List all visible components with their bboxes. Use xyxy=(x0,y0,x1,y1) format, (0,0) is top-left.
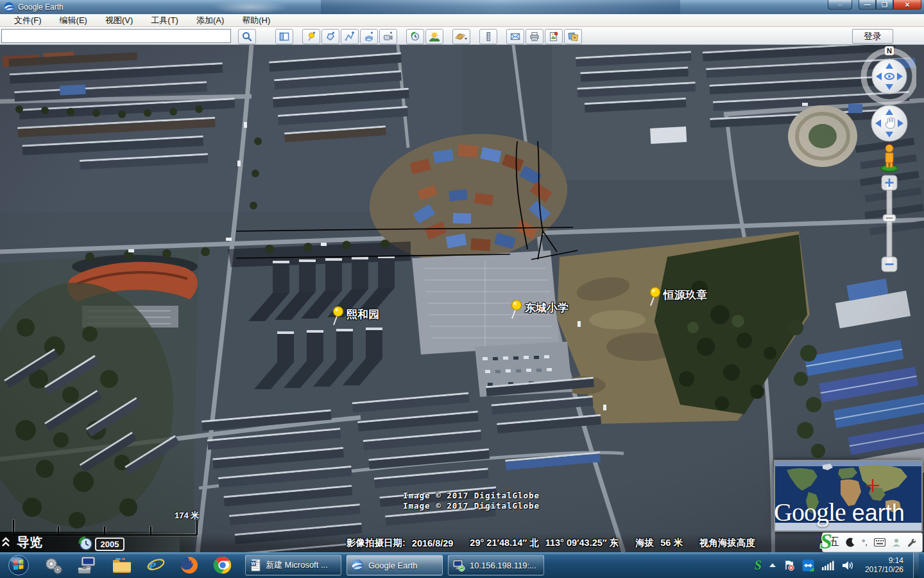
search-input[interactable] xyxy=(1,29,231,43)
menu-view[interactable]: 视图(V) xyxy=(96,14,142,27)
ime-account-icon[interactable] xyxy=(892,538,901,547)
ruler-icon xyxy=(483,31,493,42)
sogou-logo-icon[interactable]: S xyxy=(820,529,832,554)
overview-map[interactable]: Google earth xyxy=(774,460,923,532)
tray-date: 2017/10/26 xyxy=(865,565,903,574)
teamviewer-tray-icon[interactable] xyxy=(802,559,814,572)
ime-toolbar[interactable]: S 五 °, xyxy=(822,532,923,552)
minimize-button[interactable]: — xyxy=(859,0,876,10)
add-polygon-icon xyxy=(325,31,336,42)
computer-management-icon[interactable] xyxy=(77,556,98,575)
add-image-overlay-button[interactable] xyxy=(360,29,378,44)
search-button[interactable] xyxy=(238,29,256,44)
show-desktop-button[interactable] xyxy=(913,552,919,578)
print-button[interactable] xyxy=(526,29,543,44)
sunlight-button[interactable] xyxy=(425,29,443,44)
historical-imagery-button[interactable] xyxy=(406,29,424,44)
zoom-slider[interactable] xyxy=(882,175,897,272)
imagery-date-label: 影像拍摄日期: xyxy=(346,537,406,549)
taskbar-button-google-earth[interactable]: Google Earth xyxy=(346,555,443,575)
status-readout: 影像拍摄日期: 2016/8/29 29° 21′48.14″ 北 113° 0… xyxy=(346,537,762,549)
volume-icon[interactable] xyxy=(841,560,854,571)
sidebar-toggle-button[interactable] xyxy=(275,29,293,44)
scale-label: 174 米 xyxy=(175,510,199,521)
add-placemark-button[interactable] xyxy=(302,29,320,44)
taskbar-button-label: Google Earth xyxy=(368,561,418,570)
close-button[interactable]: ✕ xyxy=(893,0,921,10)
network-signal-icon[interactable] xyxy=(821,560,834,570)
google-earth-globe-icon xyxy=(351,559,364,572)
planets-button[interactable] xyxy=(452,29,470,44)
ime-softkeyboard-icon[interactable] xyxy=(874,538,886,547)
fullscreen-toggle-button[interactable]: ⇔ xyxy=(828,0,852,10)
latitude-value: 29° 21′48.14″ 北 xyxy=(470,537,538,549)
elevation-label: 海拔 xyxy=(635,537,654,549)
tray-show-hidden-icon[interactable] xyxy=(769,562,776,568)
eye-altitude-label: 视角海拔高度 xyxy=(699,537,755,549)
pushpin-icon xyxy=(330,306,345,328)
maximize-button[interactable]: ❐ xyxy=(876,0,893,10)
control-panel-gears-icon[interactable] xyxy=(44,556,63,575)
menu-edit[interactable]: 编辑(E) xyxy=(51,14,96,27)
remote-desktop-icon xyxy=(452,559,465,572)
google-earth-logo: Google earth xyxy=(774,497,905,527)
look-joystick[interactable]: N xyxy=(864,46,915,102)
ruler-button[interactable] xyxy=(479,29,497,44)
save-image-button[interactable] xyxy=(545,29,563,44)
internet-explorer-icon[interactable]: e xyxy=(146,556,166,575)
add-placemark-icon xyxy=(306,31,316,42)
menu-tools[interactable]: 工具(T) xyxy=(142,14,187,27)
login-button[interactable]: 登录 xyxy=(852,29,893,44)
tray-clock[interactable]: 9:14 2017/10/26 xyxy=(865,556,903,574)
svg-text:e: e xyxy=(149,556,157,574)
svg-text:W: W xyxy=(252,561,256,566)
aero-glass-reflection xyxy=(321,0,680,14)
toolbar: 登录 xyxy=(0,27,924,45)
historical-imagery-icon xyxy=(410,31,420,42)
move-joystick[interactable] xyxy=(871,105,907,141)
sidebar-toggle-icon xyxy=(279,31,289,42)
windows-explorer-folder-icon[interactable] xyxy=(112,556,132,574)
street-view-pegman[interactable] xyxy=(881,144,898,171)
ime-fullhalf-moon-icon[interactable] xyxy=(846,538,855,547)
chevron-up-icon[interactable] xyxy=(0,536,12,548)
email-icon xyxy=(510,31,520,42)
view-in-maps-icon xyxy=(568,31,578,42)
placemark-label: 熙和园 xyxy=(346,307,379,322)
add-polygon-button[interactable] xyxy=(321,29,339,44)
sunlight-icon xyxy=(429,31,440,42)
view-in-maps-button[interactable] xyxy=(564,29,582,44)
record-tour-button[interactable] xyxy=(379,29,397,44)
map-3d-view[interactable]: 熙和园 东城小学 恒源玖章 Image © 2017 DigitalGlobe … xyxy=(0,45,924,552)
menu-add[interactable]: 添加(A) xyxy=(187,14,233,27)
save-image-icon xyxy=(549,31,559,42)
placemark-label: 东城小学 xyxy=(525,301,569,315)
menu-file[interactable]: 文件(F) xyxy=(5,14,51,27)
window-titlebar[interactable]: Google Earth ⇔ — ❐ ✕ xyxy=(0,0,924,14)
elevation-value: 56 米 xyxy=(660,537,683,549)
action-center-flag-icon[interactable] xyxy=(783,559,795,571)
add-path-icon xyxy=(345,31,355,42)
taskbar-button-remote-desktop[interactable]: 10.156.198.119:... xyxy=(448,555,544,575)
tray-sogou-icon[interactable]: S xyxy=(755,558,762,573)
historical-imagery-clock-icon[interactable] xyxy=(77,536,94,552)
planets-icon xyxy=(455,31,468,42)
add-image-overlay-icon xyxy=(364,31,374,42)
add-path-button[interactable] xyxy=(341,29,359,44)
taskbar-button-word[interactable]: W 新建 Microsoft ... xyxy=(245,555,341,575)
time-slider-year-chip[interactable]: 2005 xyxy=(95,538,124,551)
record-tour-icon xyxy=(383,31,393,42)
firefox-icon[interactable] xyxy=(180,556,199,575)
email-button[interactable] xyxy=(506,29,524,44)
chrome-icon[interactable] xyxy=(213,556,232,575)
compass-north-label: N xyxy=(887,47,892,55)
ime-settings-wrench-icon[interactable] xyxy=(907,538,916,547)
placemark-xiheyuan[interactable]: 熙和园 xyxy=(330,306,379,328)
placemark-dongcheng-primary-school[interactable]: 东城小学 xyxy=(508,299,569,321)
ime-punctuation-toggle[interactable]: °, xyxy=(862,538,868,547)
search-icon xyxy=(242,31,252,42)
menu-help[interactable]: 帮助(H) xyxy=(233,14,279,27)
imagery-date-value: 2016/8/29 xyxy=(412,538,454,548)
placemark-hengyuan-jiuzhang[interactable]: 恒源玖章 xyxy=(647,286,707,308)
start-button[interactable] xyxy=(8,554,30,576)
